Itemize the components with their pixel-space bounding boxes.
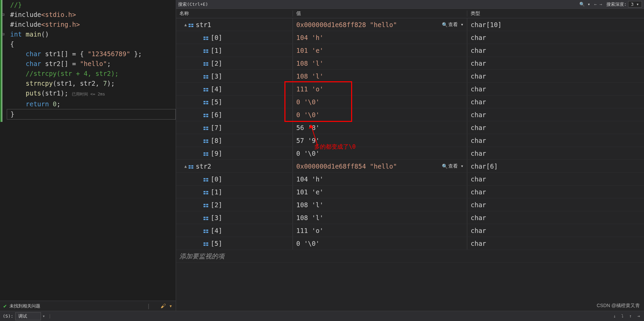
watch-row[interactable]: [4]111 'o'char xyxy=(176,224,644,237)
expand-toggle-icon[interactable]: ▲ xyxy=(183,22,188,27)
watch-name-cell[interactable]: ▲str1 xyxy=(176,18,293,31)
code-line[interactable]: return 0; xyxy=(7,99,176,109)
collapse-toggle-icon[interactable]: ⊟ xyxy=(2,10,4,20)
watch-value-cell[interactable]: 108 'l' xyxy=(293,198,467,211)
watch-row[interactable]: [9]0 '\0'char xyxy=(176,147,644,160)
watch-value-cell[interactable]: 101 'e' xyxy=(293,44,467,57)
watch-type-cell: char xyxy=(467,108,644,121)
svg-rect-29 xyxy=(203,116,206,117)
watch-row[interactable]: [3]108 'l'char xyxy=(176,70,644,83)
watch-value-cell[interactable]: 56 '8' xyxy=(293,121,467,134)
watch-row[interactable]: [0]104 'h'char xyxy=(176,173,644,186)
watch-value-cell[interactable]: 111 'o' xyxy=(293,224,467,237)
watch-value-cell[interactable]: 0 '\0' xyxy=(293,237,467,250)
code-editor[interactable]: //}⊟#include<stdio.h>#include<string.h>⊟… xyxy=(0,0,176,301)
watch-value-cell[interactable]: 0x000000d1e68ff854 "hello"🔍查看 ▾ xyxy=(293,160,467,172)
watch-value-cell[interactable]: 0 '\0' xyxy=(293,95,467,108)
watch-row[interactable]: [5]0 '\0'char xyxy=(176,237,644,250)
watch-type-cell: char xyxy=(467,237,644,250)
step-into-icon[interactable]: ↓ xyxy=(612,313,618,319)
watch-value-cell[interactable]: 0x000000d1e68ff828 "hello"🔍查看 ▾ xyxy=(293,18,467,31)
watch-name-cell[interactable]: [2] xyxy=(176,57,293,69)
collapse-toggle-icon[interactable]: ⊟ xyxy=(2,29,4,39)
step-out-icon[interactable]: ↑ xyxy=(628,313,633,319)
svg-rect-49 xyxy=(203,180,206,181)
code-line[interactable]: puts(str1);已用时间 <= 2ms xyxy=(7,88,176,99)
code-line[interactable]: char str1[] = { "123456789" }; xyxy=(7,49,176,59)
nav-next-icon[interactable]: → xyxy=(600,2,602,7)
watch-name-cell[interactable]: [9] xyxy=(176,147,293,159)
watch-name-cell[interactable]: [3] xyxy=(176,70,293,82)
code-line[interactable]: //} xyxy=(7,0,176,10)
watch-name-cell[interactable]: [5] xyxy=(176,95,293,108)
watch-value-cell[interactable]: 101 'e' xyxy=(293,186,467,198)
svg-rect-41 xyxy=(203,154,206,156)
svg-rect-21 xyxy=(203,90,206,91)
combo-dropdown-icon[interactable]: ▾ xyxy=(42,314,45,319)
header-type[interactable]: 类型 xyxy=(467,10,644,17)
step-icon[interactable]: ⇥ xyxy=(636,313,641,319)
watch-name-cell[interactable]: ▲str2 xyxy=(176,160,293,172)
watch-name-cell[interactable]: [4] xyxy=(176,83,293,95)
brush-icon[interactable]: 🖌 ▾ xyxy=(160,303,172,309)
watch-name-cell[interactable]: [0] xyxy=(176,173,293,185)
watch-name-cell[interactable]: [7] xyxy=(176,121,293,134)
watch-name-cell[interactable]: [4] xyxy=(176,224,293,237)
watch-row[interactable]: [8]57 '9'char xyxy=(176,134,644,147)
watch-value-cell[interactable]: 108 'l' xyxy=(293,70,467,82)
code-line[interactable]: ⊟int main() xyxy=(7,29,176,39)
watch-row[interactable]: [6]0 '\0'char xyxy=(176,108,644,121)
code-line[interactable]: //strcpy(str + 4, str2); xyxy=(7,69,176,79)
watch-row[interactable]: [4]111 'o'char xyxy=(176,83,644,95)
code-line[interactable]: strncpy(str1, str2, 7); xyxy=(7,79,176,88)
svg-rect-59 xyxy=(206,206,208,207)
view-button[interactable]: 🔍查看 ▾ xyxy=(442,22,464,28)
svg-rect-42 xyxy=(206,152,208,154)
step-over-icon[interactable]: ⤵ xyxy=(620,313,625,319)
svg-rect-7 xyxy=(206,39,208,40)
watch-name-cell[interactable]: [6] xyxy=(176,108,293,121)
watch-row[interactable]: [5]0 '\0'char xyxy=(176,95,644,108)
watch-row[interactable]: ▲str10x000000d1e68ff828 "hello"🔍查看 ▾char… xyxy=(176,18,644,31)
watch-value-cell[interactable]: 0 '\0' xyxy=(293,108,467,121)
watch-row[interactable]: [3]108 'l'char xyxy=(176,211,644,224)
code-line[interactable]: char str2[] = "hello"; xyxy=(7,59,176,69)
watch-row[interactable]: [2]108 'l'char xyxy=(176,198,644,211)
watch-value-cell[interactable]: 57 '9' xyxy=(293,134,467,147)
view-button[interactable]: 🔍查看 ▾ xyxy=(442,163,464,169)
add-watch-input[interactable]: 添加要监视的项 xyxy=(176,250,644,263)
watch-value-cell[interactable]: 108 'l' xyxy=(293,211,467,224)
watch-name-cell[interactable]: [1] xyxy=(176,44,293,57)
header-name[interactable]: 名称 xyxy=(176,10,293,17)
search-input[interactable]: 搜索(Ctrl+E) xyxy=(178,1,577,7)
watch-name-cell[interactable]: [5] xyxy=(176,237,293,250)
svg-rect-66 xyxy=(206,230,208,231)
config-combo[interactable]: 调试 xyxy=(15,312,41,320)
nav-prev-icon[interactable]: ← xyxy=(594,2,597,7)
search-icon[interactable]: 🔍 ▾ xyxy=(579,2,590,7)
code-line[interactable]: ⊟#include<stdio.h> xyxy=(7,10,176,20)
watch-name-cell[interactable]: [2] xyxy=(176,198,293,211)
code-line[interactable]: } xyxy=(7,109,176,120)
variable-icon xyxy=(203,112,209,117)
depth-value[interactable]: 3 ▾ xyxy=(628,1,642,7)
watch-value-cell[interactable]: 104 'h' xyxy=(293,173,467,185)
watch-value-cell[interactable]: 0 '\0' xyxy=(293,147,467,159)
watch-row[interactable]: ▲str20x000000d1e68ff854 "hello"🔍查看 ▾char… xyxy=(176,160,644,173)
watch-row[interactable]: [0]104 'h'char xyxy=(176,31,644,44)
code-line[interactable]: { xyxy=(7,39,176,49)
watch-row[interactable]: [1]101 'e'char xyxy=(176,44,644,57)
watch-value-cell[interactable]: 111 'o' xyxy=(293,83,467,95)
watch-name-cell[interactable]: [0] xyxy=(176,31,293,44)
watch-name-cell[interactable]: [8] xyxy=(176,134,293,147)
watch-row[interactable]: [2]108 'l'char xyxy=(176,57,644,70)
header-value[interactable]: 值 xyxy=(293,10,467,17)
watch-value-cell[interactable]: 104 'h' xyxy=(293,31,467,44)
watch-name-cell[interactable]: [1] xyxy=(176,186,293,198)
watch-value-cell[interactable]: 108 'l' xyxy=(293,57,467,69)
watch-name-cell[interactable]: [3] xyxy=(176,211,293,224)
watch-row[interactable]: [7]56 '8'char xyxy=(176,121,644,134)
watch-row[interactable]: [1]101 'e'char xyxy=(176,186,644,198)
expand-toggle-icon[interactable]: ▲ xyxy=(183,164,188,169)
code-line[interactable]: #include<string.h> xyxy=(7,20,176,29)
